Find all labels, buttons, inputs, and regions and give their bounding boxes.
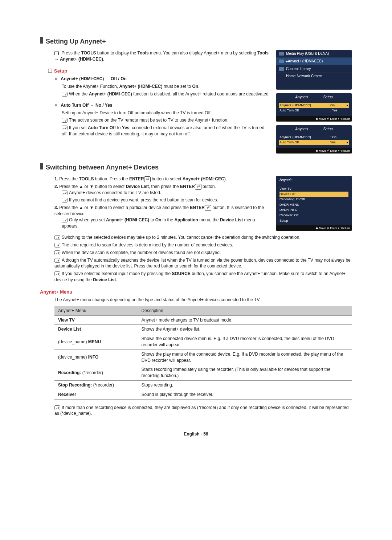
heading-bar	[40, 37, 43, 44]
heading-setting-up: Setting Up Anynet+	[40, 36, 352, 47]
enter-icon: ⏎	[195, 184, 201, 190]
table-row: ReceiverSound is played through the rece…	[54, 390, 352, 399]
note-icon: 𝒩	[62, 198, 68, 202]
osd-footer: ◆ Move ⏎ Enter ↩ Return	[276, 225, 352, 231]
osd-row-highlighted: Auto Turn Off: Yes▸	[279, 140, 349, 145]
step-1: 1. Press the TOOLS button. Press the ENT…	[54, 176, 271, 182]
table-row: Device ListShows the Anynet+ device list…	[54, 325, 352, 334]
table-header: Description	[138, 306, 352, 315]
table-row: Stop Recording: (*recorder)Stops recordi…	[54, 381, 352, 390]
hdmi-onoff-row: ■Anynet+ (HDMI-CEC) → Off / On	[54, 76, 271, 82]
enter-icon: ⏎	[144, 176, 151, 182]
tools-icon	[54, 52, 59, 55]
osd-list-item: Recording: DVDR	[279, 197, 348, 202]
general-note-5: 𝒩If you have selected external input mod…	[54, 271, 352, 283]
general-note-2: 𝒩The time required to scan for devices i…	[54, 242, 352, 248]
page-footer: English - 58	[40, 431, 352, 437]
tools-intro: Press the TOOLS button to display the To…	[54, 50, 271, 62]
osd-footer: ◆ Move ⏎ Enter ↩ Return	[276, 116, 352, 122]
note-icon: 𝒩	[62, 118, 68, 123]
osd-app-menu: Media Play (USB & DLNA) ▸ Anynet+ (HDMI-…	[276, 50, 352, 90]
hdmi-use: To use the Anynet+ Function, Anynet+ (HD…	[62, 83, 271, 90]
note-icon: 𝒩	[62, 92, 68, 97]
osd-row: Auto Turn Off: Yes	[279, 108, 349, 113]
auto-note1: 𝒩The active source on the TV remote must…	[62, 117, 271, 123]
auto-off-row: ■Auto Turn Off → No / Yes	[54, 102, 271, 109]
osd-menu-item-selected: ▸ Anynet+ (HDMI-CEC)	[276, 58, 352, 65]
anynet-menu-subhead: Anynet+ Menu	[40, 289, 352, 295]
osd-list-item: View TV	[279, 186, 348, 192]
note-icon: 𝒩	[62, 126, 68, 130]
note-icon: 𝒩	[54, 243, 60, 248]
osd-setup-2: Anynet+Setup Anynet+ (HDMI-CEC): On Auto…	[276, 125, 352, 154]
osd-list-item: Setup	[279, 218, 348, 224]
osd-list-item: DVDR MENU	[279, 202, 348, 208]
auto-note2: 𝒩If you set Auto Turn Off to Yes, connec…	[62, 125, 271, 137]
note-icon: 𝒩	[54, 271, 60, 276]
final-note: 𝒩If more than one recording device is co…	[54, 405, 352, 417]
table-row: (device_name) MENUShows the connected de…	[54, 334, 352, 350]
anynet-menu-desc: The Anynet+ menu changes depending on th…	[54, 297, 352, 303]
hdmi-note: 𝒩When the Anynet+ (HDMI-CEC) function is…	[62, 91, 271, 97]
osd-footer: ◆ Move ⏎ Enter ↩ Return	[276, 148, 352, 154]
enter-icon: ⏎	[205, 205, 211, 211]
osd-list-item: DVDR INFO	[279, 207, 348, 213]
step-3: 3. Press the ▲ or ▼ button to select a p…	[54, 205, 271, 229]
heading-switching: Switching between Anynet+ Devices	[40, 162, 352, 173]
heading-bar	[40, 163, 43, 169]
note-icon: 𝒩	[54, 405, 60, 410]
heading-text: Setting Up Anynet+	[46, 37, 106, 46]
table-header: Anynet+ Menu	[54, 306, 138, 315]
note-icon: 𝒩	[62, 218, 68, 222]
general-note-1: 𝒩Switching to the selected devices may t…	[54, 234, 352, 241]
osd-list-item-selected: Device List	[279, 192, 348, 197]
step-2: 2. Press the ▲ or ▼ button to select Dev…	[54, 184, 271, 203]
general-note-4: 𝒩Although the TV automatically searches …	[54, 257, 352, 270]
osd-menu-item: Content Library	[276, 65, 352, 73]
osd-list-item: Receiver: Off	[279, 213, 348, 218]
osd-menu-item: Home Network Centre	[276, 73, 352, 90]
table-row: View TVAnynet+ mode changes to TV broadc…	[54, 315, 352, 325]
table-row: Recording: (*recorder)Starts recording i…	[54, 365, 352, 381]
anynet-menu-table: Anynet+ MenuDescription View TVAnynet+ m…	[54, 306, 352, 400]
table-row: (device_name) INFOShows the play menu of…	[54, 349, 352, 365]
setup-subhead: ❏Setup	[48, 68, 271, 75]
osd-row: Anynet+ (HDMI-CEC): On	[279, 135, 349, 140]
note-icon: 𝒩	[54, 235, 60, 240]
auto-off-desc: Setting an Anynet+ Device to turn Off au…	[62, 110, 271, 116]
osd-menu-item: Media Play (USB & DLNA)	[276, 50, 352, 58]
note-icon: 𝒩	[62, 191, 68, 195]
osd-setup-1: Anynet+Setup Anynet+ (HDMI-CEC): On▸ Aut…	[276, 93, 352, 122]
note-icon: 𝒩	[54, 258, 60, 263]
osd-row-highlighted: Anynet+ (HDMI-CEC): On▸	[279, 103, 349, 108]
osd-device-list: Anynet+ View TV Device List Recording: D…	[276, 176, 352, 231]
note-icon: 𝒩	[54, 250, 60, 255]
general-note-3: 𝒩When the device scan is complete, the n…	[54, 250, 352, 256]
heading-text: Switching between Anynet+ Devices	[46, 163, 159, 172]
